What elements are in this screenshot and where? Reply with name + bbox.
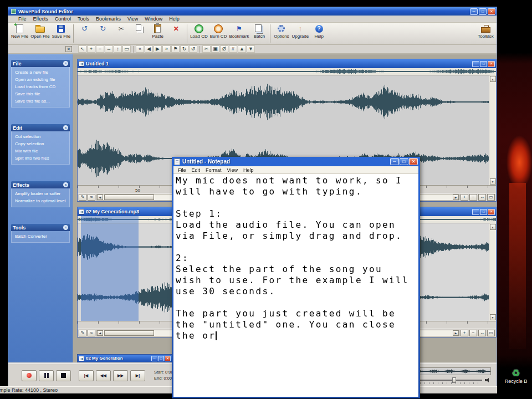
scrub-icon[interactable]: ↺	[189, 45, 197, 53]
sidebar-link-split-two-files[interactable]: Split into two files	[15, 155, 68, 162]
doc2-minimize-button[interactable]	[472, 209, 479, 215]
options-button[interactable]: Options	[272, 23, 290, 39]
sidebar-link-cut-selection[interactable]: Cut selection	[15, 133, 68, 140]
doc1-close-button[interactable]	[488, 61, 495, 67]
zoom-out-icon[interactable]: −	[96, 45, 104, 53]
minimize-button[interactable]	[470, 8, 478, 15]
maximize-button[interactable]	[479, 8, 487, 15]
minimized-window-02-my-generation[interactable]: 02 My Generation	[77, 354, 172, 362]
notepad-maximize-button[interactable]	[400, 158, 408, 165]
scroll-right-icon[interactable]	[453, 330, 459, 336]
go-to-start-button[interactable]: |◀	[79, 370, 94, 381]
zoom-in-icon[interactable]	[461, 330, 468, 336]
sidebar-link-save-file[interactable]: Save this file	[15, 90, 68, 98]
notepad-menu-format[interactable]: Format	[203, 167, 224, 173]
redo-button[interactable]	[94, 23, 112, 34]
sidebar-header-effects[interactable]: Effects	[11, 181, 70, 188]
scroll-up-icon[interactable]	[490, 224, 496, 230]
doc2-maximize-button[interactable]	[480, 209, 487, 215]
sidebar-header-edit[interactable]: Edit	[11, 124, 70, 131]
edit-pencil-icon[interactable]	[79, 194, 86, 201]
cut-button[interactable]	[112, 23, 130, 34]
cut-selection-icon[interactable]: ✂	[202, 45, 211, 53]
zoom-selection-icon[interactable]	[487, 330, 495, 336]
zoom-selection-icon[interactable]	[487, 194, 495, 201]
snap-up-icon[interactable]: ▲	[238, 45, 246, 53]
wave-view-icon[interactable]	[88, 194, 95, 201]
menu-tools[interactable]: Tools	[74, 16, 93, 22]
burn-cd-button[interactable]: Burn CD	[209, 23, 228, 39]
record-button[interactable]	[22, 370, 37, 381]
load-cd-button[interactable]: Load CD	[189, 23, 209, 39]
notepad-menu-file[interactable]: File	[175, 167, 189, 173]
notepad-text-area[interactable]: My mic does not want to work, so I will …	[173, 174, 418, 397]
scroll-up-icon[interactable]	[490, 76, 496, 82]
doc2-vertical-scrollbar[interactable]	[489, 223, 496, 321]
minimized-maximize-button[interactable]	[158, 356, 164, 361]
sidebar-header-tools[interactable]: Tools	[11, 224, 70, 231]
help-button[interactable]: Help	[310, 23, 328, 39]
doc1-overview-strip[interactable]	[78, 68, 496, 75]
silence-icon[interactable]: Ø	[220, 45, 228, 53]
notepad-menu-view[interactable]: View	[224, 167, 241, 173]
undo-button[interactable]	[75, 23, 94, 34]
doc1-titlebar[interactable]: Untitled 1	[78, 59, 496, 68]
minimized-close-button[interactable]	[165, 356, 171, 361]
loop-icon[interactable]: ↻	[180, 45, 188, 53]
zoom-out-icon[interactable]	[469, 330, 477, 336]
sidebar-link-amplify[interactable]: Amplify louder or softer	[15, 190, 68, 197]
sidebar-link-create-new-file[interactable]: Create a new file	[15, 69, 68, 76]
sidebar-link-load-tracks-cd[interactable]: Load tracks from CD	[15, 83, 68, 90]
zoom-full-icon[interactable]	[478, 194, 486, 201]
volume-slider[interactable]	[420, 377, 491, 384]
doc2-close-button[interactable]	[488, 209, 495, 215]
scroll-left-icon[interactable]	[97, 330, 103, 336]
paste-button[interactable]: Paste	[149, 23, 167, 39]
sidebar-header-file[interactable]: File	[11, 60, 70, 67]
copy-button[interactable]	[130, 23, 149, 34]
sidebar-link-copy-selection[interactable]: Copy selection	[15, 140, 68, 147]
marker-flag-icon[interactable]: ⚑	[171, 45, 180, 53]
menu-file[interactable]: File	[15, 16, 30, 22]
sidebar-link-mix-with-file[interactable]: Mix with file	[15, 147, 68, 155]
forward-icon[interactable]: »	[162, 45, 171, 53]
close-sidebar-icon[interactable]	[65, 46, 72, 52]
volume-slider-thumb[interactable]	[452, 377, 456, 383]
scroll-down-icon[interactable]	[490, 178, 496, 185]
doc1-minimize-button[interactable]	[472, 61, 479, 67]
go-to-end-button[interactable]: ▶|	[130, 370, 145, 381]
notepad-close-button[interactable]	[409, 158, 418, 165]
close-button[interactable]	[488, 8, 495, 15]
grid-icon[interactable]: #	[229, 45, 237, 53]
scroll-left-icon[interactable]	[97, 195, 103, 200]
zoom-full-icon[interactable]: ↔	[105, 45, 113, 53]
scrollbar-thumb[interactable]	[104, 195, 154, 200]
scroll-right-icon[interactable]	[453, 195, 459, 200]
zoom-out-icon[interactable]	[469, 194, 477, 201]
rewind-icon[interactable]: «	[136, 45, 144, 53]
toolbox-button[interactable]: ToolBox	[477, 23, 495, 39]
delete-button[interactable]	[167, 23, 185, 34]
zoom-vertical-icon[interactable]: ↕	[114, 45, 122, 53]
menu-effects[interactable]: Effects	[30, 16, 52, 22]
menu-view[interactable]: View	[124, 16, 141, 22]
doc1-maximize-button[interactable]	[480, 61, 487, 67]
edit-pencil-icon[interactable]	[79, 330, 86, 336]
minimized-restore-button[interactable]	[151, 356, 157, 361]
snap-down-icon[interactable]: ▼	[247, 45, 255, 53]
step-back-icon[interactable]: ◀	[145, 45, 153, 53]
zoom-in-icon[interactable]	[461, 194, 468, 201]
stop-button[interactable]	[56, 370, 71, 381]
menu-window[interactable]: Window	[141, 16, 166, 22]
sidebar-link-normalize[interactable]: Normalize to optimal level	[15, 197, 68, 204]
menu-control[interactable]: Control	[52, 16, 74, 22]
wave-view-icon[interactable]	[88, 330, 95, 336]
menu-bookmarks[interactable]: Bookmarks	[93, 16, 124, 22]
sidebar-link-open-existing-file[interactable]: Open an existing file	[15, 76, 68, 83]
scroll-down-icon[interactable]	[490, 314, 496, 320]
rewind-button[interactable]: ◀◀	[96, 370, 111, 381]
bookmark-button[interactable]: Bookmark	[228, 23, 250, 39]
batch-button[interactable]: Batch	[250, 23, 268, 39]
upgrade-button[interactable]: Upgrade	[290, 23, 310, 39]
crop-icon[interactable]: ▣	[211, 45, 219, 53]
